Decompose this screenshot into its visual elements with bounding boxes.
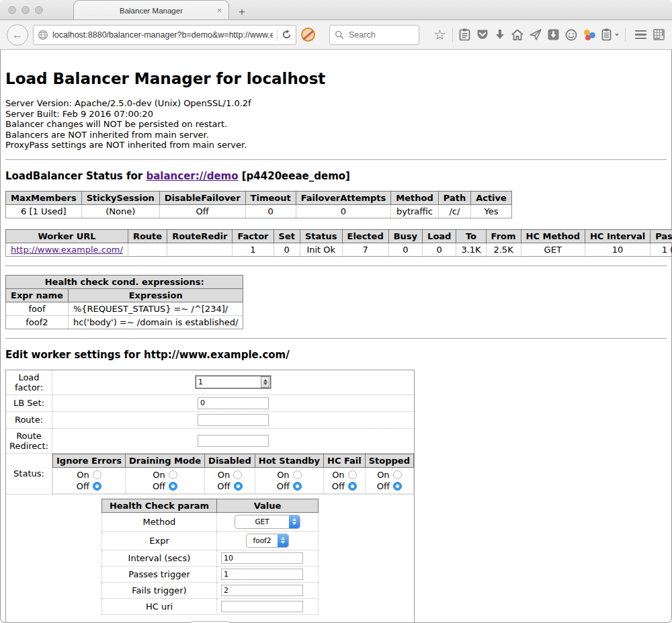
on-label: On (218, 469, 230, 481)
header-worker-url: Worker URL (6, 229, 128, 243)
radio-hot-standby-off[interactable] (293, 482, 302, 491)
reload-icon[interactable] (282, 30, 292, 40)
radio-disabled-on[interactable] (233, 470, 242, 479)
balancer-link[interactable]: balancer://demo (146, 170, 238, 182)
bookmark-star-icon[interactable]: ☆ (433, 28, 446, 42)
new-tab-button[interactable]: + (239, 6, 245, 17)
server-built: Server Built: Feb 9 2016 07:00:20 (5, 109, 667, 120)
on-label: On (77, 469, 89, 481)
header-routeredir: RouteRedir (167, 229, 233, 243)
radio-stopped-off[interactable] (393, 482, 402, 491)
blocked-content-icon[interactable] (301, 28, 315, 42)
status-label: Status: (6, 453, 52, 494)
balancer-heading-prefix: LoadBalancer Status for (5, 170, 146, 182)
status-header-draining-mode: Draining Mode (125, 454, 204, 467)
method-label: Method (102, 512, 217, 531)
search-icon (335, 30, 344, 40)
colored-dots-icon[interactable] (583, 29, 595, 41)
off-label: Off (153, 481, 165, 492)
expr-label: Expr (102, 531, 217, 550)
header-maxmembers: MaxMembers (6, 191, 82, 204)
fails-input[interactable] (221, 585, 303, 596)
worker-url-link[interactable]: http://www.example.com/ (11, 245, 123, 255)
header-from: From (486, 229, 521, 243)
zoom-window-button[interactable] (35, 6, 43, 14)
close-window-button[interactable] (8, 6, 16, 14)
fails-label: Fails trigger) (102, 582, 217, 598)
radio-hot-standby-on[interactable] (293, 470, 302, 479)
hc-uri-label: HC uri (102, 598, 217, 614)
back-button[interactable]: ← (7, 24, 28, 46)
form-row-status: Status: Ignore Errors Draining Mode Disa… (6, 453, 415, 494)
server-info: Server Version: Apache/2.5.0-dev (Unix) … (5, 98, 667, 151)
search-bar[interactable] (329, 25, 419, 45)
passes-label: Passes trigger (102, 566, 217, 582)
radio-ignore-errors-on[interactable] (93, 470, 101, 479)
status-header-hot-standby: Hot Standby (255, 454, 323, 467)
balancer-status-table: MaxMembers StickySession DisableFailover… (5, 191, 512, 218)
feedback-smiley-icon[interactable] (565, 29, 577, 41)
off-label: Off (277, 481, 290, 492)
route-input[interactable] (198, 414, 269, 426)
radio-hc-fail-off[interactable] (348, 482, 357, 491)
tab-close-icon[interactable]: × (217, 6, 222, 15)
passes-input[interactable] (221, 569, 303, 580)
off-label: Off (377, 481, 390, 492)
hcx-name: foof (6, 302, 69, 315)
clipboard-icon[interactable] (601, 28, 612, 41)
pocket-icon[interactable] (476, 29, 489, 40)
expr-select[interactable]: foof2 (246, 534, 289, 548)
radio-draining-mode-on[interactable] (169, 470, 177, 479)
cell-routeredir (167, 243, 233, 256)
cell-path: /c/ (438, 204, 470, 218)
form-row-route: Route: (6, 411, 415, 428)
tab-balancer-manager[interactable]: Balancer Manager × (73, 0, 229, 20)
url-text[interactable]: localhost:8880/balancer-manager?b=demo&w… (52, 30, 273, 40)
divider (5, 265, 667, 266)
tab-title: Balancer Manager (120, 7, 183, 15)
radio-draining-mode-off[interactable] (169, 482, 177, 491)
method-select[interactable]: GET (235, 515, 300, 529)
save-to-device-icon[interactable] (548, 29, 559, 40)
menu-icon[interactable] (635, 30, 646, 40)
overflow-caret-icon[interactable] (615, 34, 619, 36)
hcx-title: Health check cond. expressions: (6, 275, 243, 288)
form-row-load-factor: Load factor: (6, 370, 415, 394)
search-input[interactable] (347, 30, 411, 40)
cell-failoverattempts: 0 (296, 204, 391, 218)
edit-worker-form: Load factor: LB Set: Route: Route Redire… (5, 370, 415, 623)
status-header-stopped: Stopped (365, 454, 413, 467)
header-path: Path (438, 191, 470, 204)
reading-list-icon[interactable] (459, 28, 470, 41)
inherit-notice: Balancers are NOT inherited from main se… (5, 130, 667, 140)
tab-grid-icon[interactable] (653, 28, 665, 41)
cell-route (128, 243, 167, 256)
home-icon[interactable] (511, 29, 523, 40)
minimize-window-button[interactable] (22, 6, 30, 14)
header-timeout: Timeout (245, 191, 296, 204)
cell-hc-method: GET (521, 243, 585, 256)
hcx-expression: %{REQUEST_STATUS} =~ /^[234]/ (68, 302, 243, 315)
route-redirect-input[interactable] (198, 435, 269, 447)
radio-ignore-errors-off[interactable] (93, 482, 101, 491)
downloads-icon[interactable] (495, 29, 505, 40)
cell-set: 0 (274, 243, 300, 256)
lb-set-input[interactable] (198, 397, 269, 409)
lb-set-label: LB Set: (6, 394, 52, 411)
url-bar[interactable]: localhost:8880/balancer-manager?b=demo&w… (33, 25, 296, 45)
hc-uri-input[interactable] (221, 601, 303, 612)
cell-active: Yes (471, 204, 512, 218)
load-factor-field[interactable] (196, 377, 261, 387)
send-icon[interactable] (530, 29, 542, 40)
load-factor-input[interactable] (196, 376, 271, 388)
interval-input[interactable] (221, 552, 303, 564)
edit-worker-heading: Edit worker settings for http://www.exam… (5, 349, 667, 361)
radio-stopped-on[interactable] (393, 470, 402, 479)
on-label: On (332, 469, 344, 481)
cell-timeout: 0 (245, 204, 296, 218)
radio-disabled-off[interactable] (234, 482, 243, 491)
number-spinner-icon[interactable] (261, 376, 269, 388)
toolbar-separator (452, 28, 453, 42)
radio-hc-fail-on[interactable] (348, 470, 357, 479)
toolbar-icons: ☆ (433, 28, 665, 42)
